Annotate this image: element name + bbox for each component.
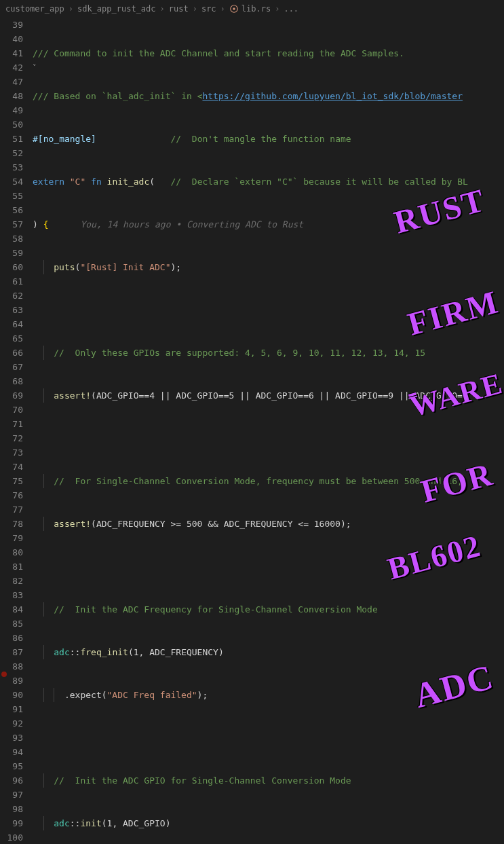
- line-number: 67: [0, 360, 23, 374]
- line-number: 64: [0, 317, 23, 331]
- line-number: 76: [0, 488, 23, 502]
- line-number: 57: [0, 217, 23, 232]
- line-number: 97: [0, 788, 23, 802]
- line-number: 48: [0, 89, 23, 103]
- line-number: 85: [0, 617, 23, 631]
- code-text: (1, ADC_FREQUENCY): [128, 647, 224, 657]
- code-text: init_adc: [107, 177, 150, 187]
- line-number: 63: [0, 303, 23, 317]
- line-number: 81: [0, 559, 23, 574]
- code-text: (1, ADC_GPIO): [102, 818, 171, 828]
- line-number: 96: [0, 773, 23, 788]
- code-text: assert!: [54, 390, 91, 401]
- line-number: 50: [0, 117, 23, 132]
- code-comment: // Init the ADC Frequency for Single-Cha…: [54, 604, 377, 614]
- line-number: 70: [0, 403, 23, 417]
- line-number: 69: [0, 388, 23, 403]
- line-number: 55: [0, 189, 23, 203]
- code-comment: // Only these GPIOs are supported: 4, 5,…: [54, 348, 425, 358]
- line-number: 61: [0, 274, 23, 289]
- line-number: 53: [0, 160, 23, 175]
- code-text: puts: [54, 262, 75, 272]
- line-number: 68: [0, 374, 23, 388]
- rust-file-icon: [229, 4, 239, 14]
- line-number: 66: [0, 346, 23, 360]
- code-text: /// Based on `hal_adc_init` in <: [33, 91, 202, 101]
- line-number: 41: [0, 46, 23, 60]
- breadcrumb[interactable]: customer_app › sdk_app_rust_adc › rust ›…: [0, 0, 504, 18]
- line-number: 40: [0, 32, 23, 46]
- code-text: adc: [54, 647, 69, 657]
- code-text: .expect(: [64, 690, 107, 700]
- chevron-right-icon: ›: [160, 2, 165, 16]
- line-number: 71: [0, 417, 23, 431]
- breadcrumb-item[interactable]: sdk_app_rust_adc: [77, 2, 156, 16]
- code-comment: // Don't mangle the function name: [171, 134, 351, 144]
- line-number: 83: [0, 588, 23, 602]
- line-number-gutter: 3940414247484950515253545556575859606162…: [0, 18, 33, 844]
- line-number: 94: [0, 745, 23, 759]
- line-number: 73: [0, 445, 23, 460]
- line-number: 100: [0, 830, 23, 844]
- code-text: init: [80, 818, 101, 828]
- line-number: 39: [0, 18, 23, 32]
- code-text: ): [33, 219, 43, 230]
- code-text: (ADC_FREQUENCY >= 500 && ADC_FREQUENCY <…: [91, 519, 351, 529]
- code-area[interactable]: /// Command to init the ADC Channel and …: [33, 18, 504, 844]
- code-url[interactable]: https://github.com/lupyuen/bl_iot_sdk/bl…: [202, 91, 463, 101]
- line-number: 92: [0, 716, 23, 731]
- code-text: assert!: [54, 519, 91, 529]
- line-number: 77: [0, 502, 23, 517]
- line-number: 52: [0, 146, 23, 160]
- line-number: 98: [0, 802, 23, 816]
- line-number: 80: [0, 545, 23, 559]
- line-number: 79: [0, 531, 23, 545]
- breadcrumb-item[interactable]: rust: [169, 2, 189, 16]
- chevron-right-icon: ›: [275, 2, 279, 16]
- git-blame-annotation: You, 14 hours ago • Converting ADC to Ru…: [80, 219, 303, 230]
- code-comment: // Declare `extern "C"` because it will …: [171, 177, 468, 187]
- line-number: 74: [0, 460, 23, 474]
- breakpoint-icon[interactable]: [1, 672, 7, 677]
- line-number: 95: [0, 759, 23, 773]
- code-text: (ADC_GPIO==4 || ADC_GPIO==5 || ADC_GPIO=…: [91, 390, 463, 401]
- line-number: 54: [0, 175, 23, 189]
- line-number: 82: [0, 574, 23, 588]
- code-text: "ADC Freq failed": [107, 690, 197, 700]
- line-number: 65: [0, 331, 23, 346]
- code-text: "[Rust] Init ADC": [80, 262, 170, 272]
- breadcrumb-item[interactable]: src: [201, 2, 216, 16]
- line-number: 90: [0, 688, 23, 702]
- line-number: 75: [0, 474, 23, 488]
- fold-chevron-icon[interactable]: ˅: [33, 60, 41, 75]
- line-number: 99: [0, 816, 23, 830]
- chevron-right-icon: ›: [220, 2, 225, 16]
- chevron-right-icon: ›: [193, 2, 197, 16]
- line-number: 56: [0, 203, 23, 217]
- svg-point-1: [233, 7, 235, 10]
- breadcrumb-item[interactable]: customer_app: [5, 2, 64, 16]
- code-comment: // For Single-Channel Conversion Mode, f…: [54, 476, 463, 486]
- line-number: 59: [0, 246, 23, 260]
- code-text: fn: [91, 177, 102, 187]
- line-number: 42: [0, 60, 23, 75]
- code-text: #[no_mangle]: [33, 134, 96, 144]
- line-number: 49: [0, 103, 23, 117]
- line-number: 87: [0, 645, 23, 659]
- code-text: "C": [70, 177, 85, 187]
- code-text: freq_init: [80, 647, 128, 657]
- code-editor[interactable]: 3940414247484950515253545556575859606162…: [0, 18, 504, 844]
- line-number: 86: [0, 631, 23, 645]
- line-number: 84: [0, 602, 23, 617]
- line-number: 58: [0, 232, 23, 246]
- code-text: /// Command to init the ADC Channel and …: [33, 48, 404, 58]
- line-number: 60: [0, 260, 23, 274]
- line-number: 47: [0, 75, 23, 89]
- line-number: 62: [0, 289, 23, 303]
- code-text: );: [197, 690, 208, 700]
- line-number: 51: [0, 132, 23, 146]
- breadcrumb-file[interactable]: lib.rs: [241, 2, 271, 16]
- breadcrumb-more[interactable]: ...: [284, 2, 298, 16]
- code-text: extern: [33, 177, 64, 187]
- code-text: adc: [54, 818, 69, 828]
